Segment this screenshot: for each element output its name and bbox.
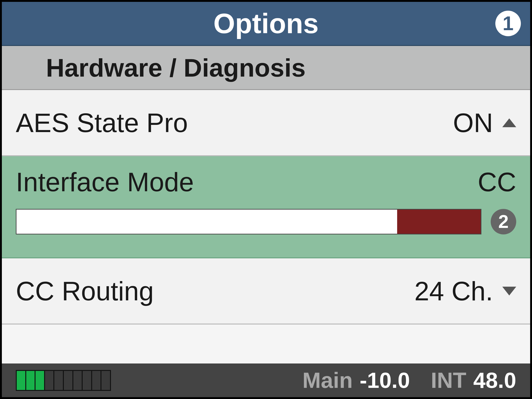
encoder-2-badge[interactable]: 2 (491, 209, 516, 234)
option-slider[interactable] (16, 209, 481, 234)
option-row-aes-state-pro[interactable]: AES State Pro ON (2, 90, 530, 156)
main-level-value: -10.0 (360, 368, 410, 393)
meter-segment (45, 371, 55, 390)
meter-segment (54, 371, 64, 390)
page-title: Options (213, 7, 318, 39)
section-header: Hardware / Diagnosis (2, 46, 530, 90)
status-bar: Main -10.0 INT 48.0 (2, 363, 530, 397)
meter-segment (92, 371, 102, 390)
clock-rate-value: 48.0 (473, 368, 516, 393)
option-row-top: Interface Mode CC (16, 167, 516, 197)
main-level-label: Main (303, 368, 353, 393)
option-value: CC (478, 167, 516, 197)
meter-segment (36, 371, 45, 390)
meter-segment (101, 371, 110, 390)
meter-segment (83, 371, 92, 390)
option-row-cc-routing[interactable]: CC Routing 24 Ch. (2, 258, 530, 324)
option-row-bottom: 2 (16, 209, 516, 234)
device-screen: Options 1 Hardware / Diagnosis AES State… (0, 0, 532, 399)
meter-segment (73, 371, 83, 390)
meter-segment (64, 371, 73, 390)
level-meter (16, 370, 111, 391)
option-label: AES State Pro (16, 108, 453, 138)
arrow-down-icon (502, 287, 516, 296)
meter-segment (26, 371, 36, 390)
section-title: Hardware / Diagnosis (46, 53, 306, 82)
option-label: Interface Mode (16, 167, 478, 197)
encoder-1-badge[interactable]: 1 (495, 11, 521, 36)
clock-source-label: INT (431, 368, 466, 393)
meter-segment (17, 371, 26, 390)
header-bar: Options 1 (2, 2, 530, 46)
option-value: ON (453, 108, 493, 138)
option-label: CC Routing (16, 276, 414, 306)
slider-fill (397, 209, 481, 234)
option-row-interface-mode[interactable]: Interface Mode CC 2 (2, 156, 530, 258)
option-value: 24 Ch. (414, 276, 493, 306)
arrow-up-icon (502, 118, 516, 127)
